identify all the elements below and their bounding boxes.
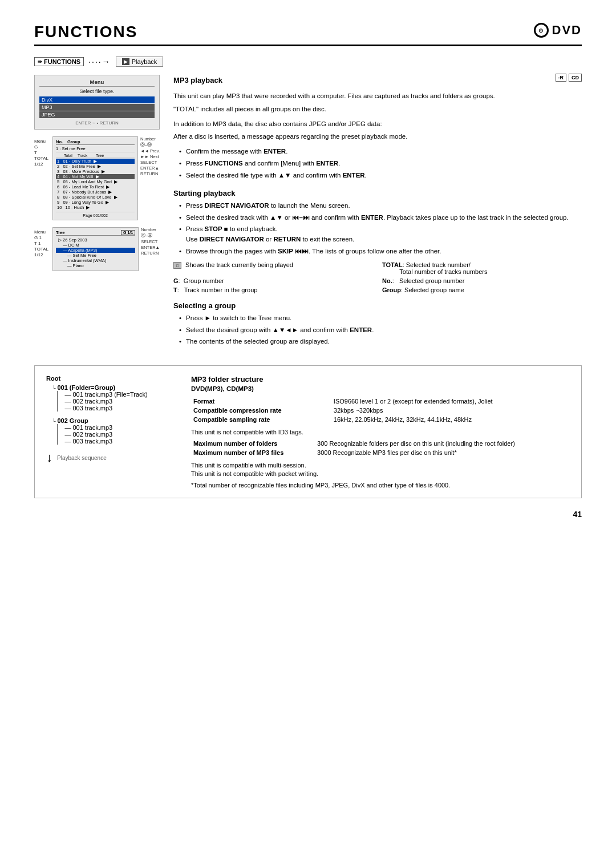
selecting-group-heading: Selecting a group [173,301,582,310]
id3-note: This unit is not compatible with ID3 tag… [191,429,570,435]
info-grid-track-icon: □ Shows the track currently being played [173,261,373,275]
screen1-subtitle: Select file type. [39,88,155,94]
screen1-title: Menu [39,79,155,87]
screen2-row-8: 8 08 - Special Kind Of Love ▶ [56,195,135,200]
max-folders-label: Maximum number of folders [191,439,315,448]
screen1-item-mp3: MP3 [39,104,155,111]
screen2-wrapper: Menu G T TOTAL 1/12 No. Group 1 : Set me… [34,136,160,220]
specs-format-row: Format ISO9660 level 1 or 2 (except for … [191,397,570,406]
left-column: Menu Select file type. DivX MP3 JPEG ENT… [34,75,160,355]
screen1-footer: ENTER→ • RETURN [39,120,155,126]
mp3-bullet-3: Select the desired file type with ▲▼ and… [179,171,582,181]
sampling-value: 16kHz, 22.05kHz, 24kHz, 32kHz, 44.1kHz, … [331,415,570,424]
max-folders-value: 300 Recognizable folders per disc on thi… [315,439,570,448]
selecting-group-section: Selecting a group Press ► to switch to t… [173,301,582,347]
max-folders-row: Maximum number of folders 300 Recognizab… [191,439,570,448]
screen2-row-1: 1 01 - Only Truth ▶ [56,159,135,164]
nav-bar: ⇛ FUNCTIONS ····→ ▶ Playback [34,57,582,67]
tree-structure: └ 001 (Folder=Group) — 001 track.mp3 (Fi… [46,384,177,445]
playback-icon: ▶ [122,58,129,65]
screen2-row-2: 2 02 - Set Me Free ▶ [56,164,135,169]
starting-playback-heading: Starting playback [173,189,582,197]
nav-playback-tab: ▶ Playback [116,57,164,67]
selecting-bullet-3: The contents of the selected group are d… [179,337,582,347]
starting-bullet-1: Press DIRECT NAVIGATOR to launch the Men… [179,201,582,211]
folder-structure-heading: MP3 folder structure [191,375,570,384]
mp3-bullet-2: Press FUNCTIONS and confirm [Menu] with … [179,159,582,169]
screen3-wrapper: Menu G 1 T 1 TOTAL 1/12 Tree G 1/1 ▷ 26 … [34,227,160,271]
screen1-item-jpeg: JPEG [39,111,155,118]
format-label: Format [191,397,331,406]
info-box: Root └ 001 (Folder=Group) — 001 track.mp… [34,365,582,498]
packet-writing-note: This unit is not compatible with packet … [191,470,570,477]
screen2-header: No. Group [56,139,135,145]
dvd-circle-icon: ⊙ [534,23,549,38]
playback-tab-label: Playback [132,58,157,65]
screen3-left-labels: Menu G 1 T 1 TOTAL 1/12 [34,227,50,271]
page-number: 41 [573,510,582,519]
info-grid-group: Group: Selected group name [382,287,582,293]
info-box-left: Root └ 001 (Folder=Group) — 001 track.mp… [46,375,177,489]
right-column: MP3 playback -R CD This unit can play MP… [173,75,582,355]
screen2-row-7: 7 07 - Nobody But Jesus ▶ [56,189,135,195]
screen3-right-labels: Number ⓪–⑨ SELECT ENTER▲ RETURN [141,227,160,271]
nav-dots-arrow: ····→ [88,57,111,66]
playback-sequence: ↓ Playback sequence [46,450,177,465]
info-grid-total: TOTAL: Selected track number/ Total numb… [382,261,582,275]
mp3-bullet-1: Confirm the message with ENTER. [179,147,582,157]
screen2-right-labels: Number ⓪–⑨ ◄◄ Prev. ►► Next SELECT ENTER… [140,136,160,220]
screen2-row-4: 4 04 - Not My Will ▶ [56,174,135,179]
selecting-bullet-1: Press ► to switch to the Tree menu. [179,313,582,324]
page-header: FUNCTIONS ⊙ DVD [34,23,582,46]
playback-arrow-icon: ↓ [46,450,52,465]
starting-bullet-4: Browse through the pages with SKIP ⏮⏭. T… [179,247,582,257]
main-layout: Menu Select file type. DivX MP3 JPEG ENT… [34,75,582,355]
selecting-bullet-2: Select the desired group with ▲▼◄► and c… [179,325,582,336]
specs-sampling-row: Compatible sampling rate 16kHz, 22.05kHz… [191,415,570,424]
mp3-para2: In addition to MP3 data, the disc also c… [173,119,582,143]
max-files-row: Maximum number of MP3 files 3000 Recogni… [191,448,570,457]
screen2-footer: Page 001/002 [56,212,135,217]
screen3-tree: ▷ 26 Sep 2003 — DCIM — Acapella (MP3) — … [56,237,135,268]
footnote: *Total number of recognizable files incl… [191,482,570,489]
screen2-content: No. Group 1 : Set me Free Total Track Tr… [52,136,138,220]
specs-compression-row: Compatible compression rate 32kbps ~320k… [191,406,570,415]
info-grid-g: G: Group number [173,277,373,284]
screen1-menu: Menu Select file type. DivX MP3 JPEG ENT… [34,75,160,130]
mp3-para1: This unit can play MP3 that were recorde… [173,91,582,115]
info-grid-no: No.: Selected group number [382,277,582,284]
page-title: FUNCTIONS [34,23,137,41]
starting-bullet-2: Select the desired track with ▲▼ or ⏮–⏭ … [179,213,582,223]
mp3-bullets: Confirm the message with ENTER. Press FU… [173,147,582,180]
folder-structure-subheading: DVD(MP3), CD(MP3) [191,385,570,392]
max-files-value: 3000 Recognizable MP3 files per disc on … [315,448,570,457]
compression-label: Compatible compression rate [191,406,331,415]
tree-root-label: Root [46,375,177,382]
screen2-row-9: 9 09 - Long Way To Go ▶ [56,200,135,205]
badge-r: -R [556,74,567,82]
screen2-row-10: 10 10 - Hush ▶ [56,205,135,210]
screen3-content: Tree G 1/1 ▷ 26 Sep 2003 — DCIM — Acapel… [52,227,139,271]
selecting-group-bullets: Press ► to switch to the Tree menu. Sele… [173,313,582,347]
max-files-label: Maximum number of MP3 files [191,448,315,457]
multi-session-note: This unit is compatible with multi-sessi… [191,462,570,469]
info-grid-t: T: Track number in the group [173,287,373,293]
starting-playback-section: Starting playback Press DIRECT NAVIGATOR… [173,189,582,293]
sampling-label: Compatible sampling rate [191,415,331,424]
specs-table-2: Maximum number of folders 300 Recognizab… [191,439,570,457]
screen1-item-divx: DivX [39,96,155,103]
starting-playback-bullets: Press DIRECT NAVIGATOR to launch the Men… [173,201,582,257]
starting-bullet-3: Press STOP ■ to end playback.Use DIRECT … [179,224,582,245]
compression-value: 32kbps ~320kbps [331,406,570,415]
playback-sequence-label: Playback sequence [57,455,107,461]
nav-functions-label: ⇛ FUNCTIONS [34,57,84,66]
screen2-row-3: 3 03 - More Precious ▶ [56,169,135,174]
mp3-playback-heading: MP3 playback [173,76,222,84]
specs-table: Format ISO9660 level 1 or 2 (except for … [191,397,570,424]
format-value: ISO9660 level 1 or 2 (except for extende… [331,397,570,406]
screen2-row-6: 6 06 - Lead Me To Rest ▶ [56,184,135,189]
page-number-container: 41 [34,510,582,519]
badge-row: -R CD [556,74,582,82]
dvd-badge: ⊙ DVD [534,23,582,38]
info-grid: □ Shows the track currently being played… [173,261,582,293]
